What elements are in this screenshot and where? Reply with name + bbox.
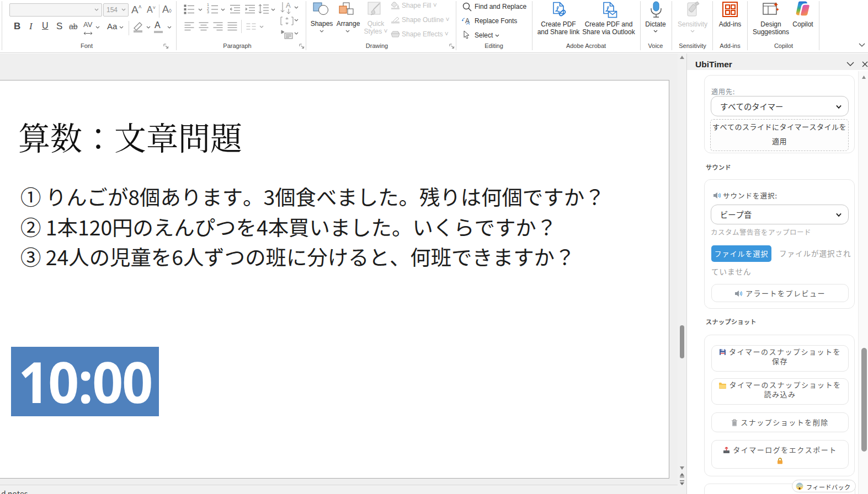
svg-text:A: A bbox=[466, 20, 470, 25]
svg-text:A: A bbox=[286, 2, 291, 9]
